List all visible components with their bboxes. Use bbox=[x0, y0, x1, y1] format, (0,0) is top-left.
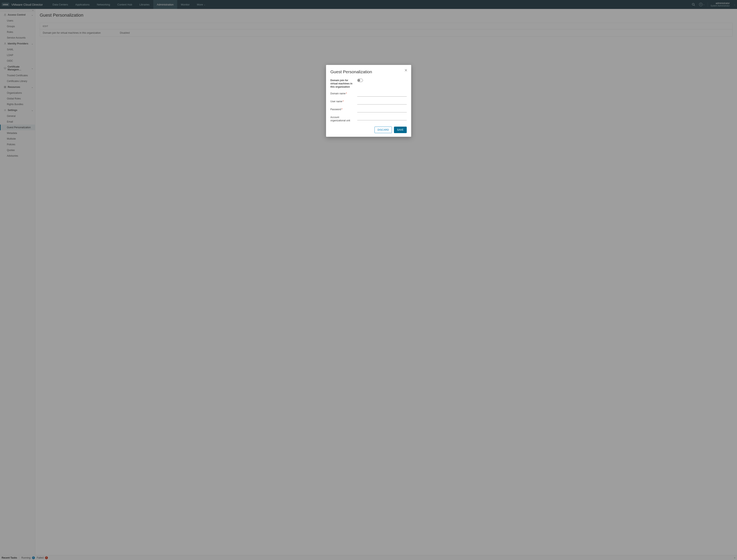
required-indicator: * bbox=[342, 108, 343, 111]
required-indicator: * bbox=[346, 92, 347, 95]
field-label: Account organizational unit bbox=[331, 116, 355, 122]
field-label: Domain name* bbox=[331, 92, 355, 95]
domain-join-toggle[interactable] bbox=[357, 79, 363, 82]
field-label-text: User name bbox=[331, 100, 343, 103]
password-input[interactable] bbox=[357, 108, 407, 112]
toggle-knob bbox=[358, 79, 360, 82]
domain-name-input[interactable] bbox=[357, 92, 407, 97]
account-ou-input[interactable] bbox=[357, 116, 407, 120]
discard-button[interactable]: DISCARD bbox=[374, 127, 392, 133]
user-name-input[interactable] bbox=[357, 100, 407, 104]
user-name-row: User name* bbox=[331, 100, 407, 104]
modal-overlay: Guest Personalization Domain join for vi… bbox=[0, 0, 737, 560]
field-label-text: Password bbox=[331, 108, 341, 111]
close-icon bbox=[404, 69, 407, 72]
dialog-title: Guest Personalization bbox=[331, 69, 407, 74]
toggle-label: Domain join for virtual machines in this… bbox=[331, 79, 355, 89]
field-label-text: Domain name bbox=[331, 92, 346, 95]
password-row: Password* bbox=[331, 108, 407, 112]
domain-name-row: Domain name* bbox=[331, 92, 407, 97]
guest-personalization-dialog: Guest Personalization Domain join for vi… bbox=[326, 65, 411, 137]
field-label: User name* bbox=[331, 100, 355, 103]
close-button[interactable] bbox=[404, 68, 408, 72]
required-indicator: * bbox=[343, 100, 344, 103]
toggle-row: Domain join for virtual machines in this… bbox=[331, 79, 407, 89]
field-label: Password* bbox=[331, 108, 355, 111]
dialog-actions: DISCARD SAVE bbox=[331, 127, 407, 133]
save-button[interactable]: SAVE bbox=[394, 127, 406, 133]
ou-row: Account organizational unit bbox=[331, 116, 407, 122]
